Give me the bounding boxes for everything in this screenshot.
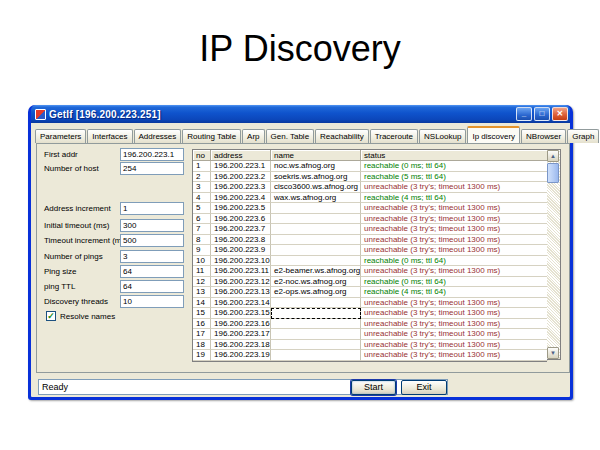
- window-titlebar[interactable]: GetIf [196.200.223.251] _ □ ✕: [31, 105, 570, 123]
- table-row[interactable]: 6196.200.223.6unreachable (3 try's; time…: [193, 214, 547, 225]
- table-row[interactable]: 3196.200.223.3cisco3600.ws.afnog.orgunre…: [193, 182, 547, 193]
- table-row[interactable]: 17196.200.223.17unreachable (3 try's; ti…: [193, 329, 547, 340]
- form-row-number-of-host: Number of host: [37, 162, 192, 175]
- column-header-status[interactable]: status: [361, 150, 548, 161]
- cell-no: 6: [193, 214, 211, 225]
- ping-size-input[interactable]: [120, 265, 184, 278]
- tab-nslookup[interactable]: NSLookup: [419, 129, 466, 143]
- tab-ip-discovery[interactable]: Ip discovery: [467, 126, 520, 143]
- first-addr-input[interactable]: [120, 148, 184, 161]
- cell-no: 7: [193, 224, 211, 235]
- cell-no: 4: [193, 193, 211, 204]
- cell-name: [271, 319, 361, 330]
- minimize-button[interactable]: _: [516, 107, 532, 121]
- cell-name: [271, 298, 361, 309]
- tab-routing-table[interactable]: Routing Table: [182, 129, 241, 143]
- form-row-number-of-pings: Number of pings: [37, 250, 192, 263]
- cell-status: unreachable (3 try's; timeout 1300 ms): [361, 235, 548, 246]
- cell-name: [271, 329, 361, 340]
- scroll-up-icon[interactable]: ▲: [547, 150, 559, 162]
- cell-status: unreachable (3 try's; timeout 1300 ms): [361, 245, 548, 256]
- cell-name: [271, 203, 361, 214]
- table-row[interactable]: 2196.200.223.2soekris.ws.afnog.orgreacha…: [193, 172, 547, 183]
- cell-no: 2: [193, 172, 211, 183]
- cell-name: soekris.ws.afnog.org: [271, 172, 361, 183]
- tab-gen-table[interactable]: Gen. Table: [266, 129, 315, 143]
- table-row[interactable]: 11196.200.223.11e2-beamer.ws.afnog.orgun…: [193, 266, 547, 277]
- tab-addresses[interactable]: Addresses: [134, 129, 182, 143]
- table-row[interactable]: 7196.200.223.7unreachable (3 try's; time…: [193, 224, 547, 235]
- cell-no: 17: [193, 329, 211, 340]
- form-row-address-increment: Address increment: [37, 202, 192, 215]
- tab-interfaces[interactable]: Interfaces: [87, 129, 132, 143]
- table-row[interactable]: 18196.200.223.18unreachable (3 try's; ti…: [193, 340, 547, 351]
- first-addr-label: First addr: [44, 150, 78, 159]
- table-row[interactable]: 13196.200.223.13e2-ops.ws.afnog.orgreach…: [193, 287, 547, 298]
- tab-graph[interactable]: Graph: [567, 129, 599, 143]
- table-row[interactable]: 8196.200.223.8unreachable (3 try's; time…: [193, 235, 547, 246]
- cell-name: e2-beamer.ws.afnog.org: [271, 266, 361, 277]
- cell-no: 3: [193, 182, 211, 193]
- scroll-thumb[interactable]: [547, 163, 559, 183]
- number-of-pings-input[interactable]: [120, 250, 184, 263]
- table-scrollbar[interactable]: ▲ ▼: [547, 149, 561, 360]
- cell-no: 18: [193, 340, 211, 351]
- discovery-table-body: 1196.200.223.1noc.ws.afnog.orgreachable …: [193, 161, 547, 361]
- table-row[interactable]: 14196.200.223.14unreachable (3 try's; ti…: [193, 298, 547, 309]
- cell-address: 196.200.223.12: [211, 277, 271, 288]
- cell-address: 196.200.223.8: [211, 235, 271, 246]
- address-increment-label: Address increment: [44, 204, 111, 213]
- tab-reachability[interactable]: Reachability: [315, 129, 369, 143]
- cell-address: 196.200.223.17: [211, 329, 271, 340]
- cell-no: 11: [193, 266, 211, 277]
- initial-timeout-input[interactable]: [120, 219, 184, 232]
- cell-address: 196.200.223.11: [211, 266, 271, 277]
- table-row[interactable]: 10196.200.223.10reachable (0 ms; ttl 64): [193, 256, 547, 267]
- ip-discovery-panel: First addr Number of host Address increm…: [36, 143, 570, 373]
- table-row[interactable]: 12196.200.223.12e2-noc.ws.afnog.orgreach…: [193, 277, 547, 288]
- ping-ttl-input[interactable]: [120, 280, 184, 293]
- cell-address: 196.200.223.19: [211, 350, 271, 361]
- cell-status: reachable (0 ms; ttl 64): [361, 256, 548, 267]
- cell-address: 196.200.223.2: [211, 172, 271, 183]
- number-of-host-input[interactable]: [120, 162, 184, 175]
- table-row[interactable]: 19196.200.223.19unreachable (3 try's; ti…: [193, 350, 547, 361]
- cell-status: reachable (4 ms; ttl 64): [361, 193, 548, 204]
- page-title: IP Discovery: [0, 28, 600, 70]
- maximize-button[interactable]: □: [534, 107, 550, 121]
- cell-status: unreachable (3 try's; timeout 1300 ms): [361, 319, 548, 330]
- resolve-names-checkbox[interactable]: ✓: [46, 311, 56, 321]
- cell-name: [271, 245, 361, 256]
- exit-button[interactable]: Exit: [401, 380, 447, 395]
- table-row[interactable]: 5196.200.223.5unreachable (3 try's; time…: [193, 203, 547, 214]
- tab-arp[interactable]: Arp: [242, 129, 264, 143]
- resolve-names-row: ✓ Resolve names: [46, 311, 115, 321]
- table-row[interactable]: 15196.200.223.15unreachable (3 try's; ti…: [193, 308, 547, 319]
- tab-parameters[interactable]: Parameters: [35, 129, 86, 143]
- cell-name: [271, 350, 361, 361]
- start-button[interactable]: Start: [351, 380, 396, 395]
- column-header-name[interactable]: name: [271, 150, 361, 161]
- column-header-address[interactable]: address: [211, 150, 271, 161]
- discovery-threads-input[interactable]: [120, 295, 184, 308]
- address-increment-input[interactable]: [120, 202, 184, 215]
- timeout-increment-input[interactable]: [120, 234, 184, 247]
- cell-name: noc.ws.afnog.org: [271, 161, 361, 172]
- table-row[interactable]: 1196.200.223.1noc.ws.afnog.orgreachable …: [193, 161, 547, 172]
- form-row-ping-ttl: ping TTL: [37, 280, 192, 293]
- tab-nbrowser[interactable]: NBrowser: [521, 129, 566, 143]
- close-button[interactable]: ✕: [552, 107, 568, 121]
- cell-name: wax.ws.afnog.org: [271, 193, 361, 204]
- tab-bar: ParametersInterfacesAddressesRouting Tab…: [35, 126, 566, 143]
- cell-address: 196.200.223.16: [211, 319, 271, 330]
- cell-status: reachable (5 ms; ttl 64): [361, 172, 548, 183]
- discovery-table-header: no address name status: [193, 150, 547, 161]
- scroll-down-icon[interactable]: ▼: [547, 347, 559, 359]
- table-row[interactable]: 16196.200.223.16unreachable (3 try's; ti…: [193, 319, 547, 330]
- column-header-no[interactable]: no: [193, 150, 211, 161]
- table-row[interactable]: 4196.200.223.4wax.ws.afnog.orgreachable …: [193, 193, 547, 204]
- cell-status: unreachable (3 try's; timeout 1300 ms): [361, 266, 548, 277]
- tab-traceroute[interactable]: Traceroute: [370, 129, 418, 143]
- cell-status: unreachable (3 try's; timeout 1300 ms): [361, 224, 548, 235]
- table-row[interactable]: 9196.200.223.9unreachable (3 try's; time…: [193, 245, 547, 256]
